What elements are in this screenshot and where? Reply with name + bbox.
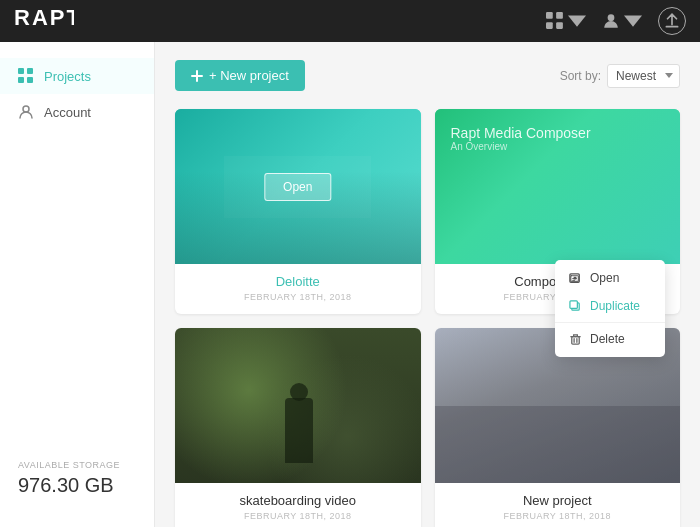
context-menu-open[interactable]: Open xyxy=(555,264,665,292)
project-thumb-composer: Rapt Media Composer An Overview xyxy=(435,109,681,264)
context-menu-duplicate-label: Duplicate xyxy=(590,299,640,313)
svg-rect-6 xyxy=(18,68,24,74)
open-icon xyxy=(569,272,582,285)
delete-icon xyxy=(569,333,582,346)
project-date-deloitte: FEBRUARY 18TH, 2018 xyxy=(189,292,407,302)
project-info-deloitte: Deloitte FEBRUARY 18TH, 2018 xyxy=(175,264,421,314)
svg-rect-14 xyxy=(570,300,577,307)
context-menu-divider xyxy=(555,322,665,323)
duplicate-icon xyxy=(569,300,582,313)
open-button-label: Open xyxy=(283,180,312,194)
projects-icon xyxy=(18,68,34,84)
app-logo: RAPT xyxy=(14,7,74,35)
svg-rect-8 xyxy=(18,77,24,83)
project-card-deloitte[interactable]: Open Deloitte FEBRUARY 18TH, 2018 xyxy=(175,109,421,314)
composer-thumb-title: Rapt Media Composer xyxy=(451,125,591,141)
sidebar-item-projects[interactable]: Projects xyxy=(0,58,154,94)
sidebar-item-account-label: Account xyxy=(44,105,91,120)
project-open-button[interactable]: Open xyxy=(264,173,331,201)
sort-select[interactable]: Newest Oldest Name xyxy=(607,64,680,88)
svg-rect-9 xyxy=(27,77,33,83)
main-toolbar: + New project Sort by: Newest Oldest Nam… xyxy=(175,60,680,91)
account-icon xyxy=(18,104,34,120)
svg-rect-15 xyxy=(572,336,579,343)
storage-info: AVAILABLE STORAGE 976.30 GB xyxy=(0,446,154,511)
context-menu-duplicate[interactable]: Duplicate xyxy=(555,292,665,320)
sidebar-item-account[interactable]: Account xyxy=(0,94,154,130)
new-project-label: + New project xyxy=(209,68,289,83)
grid-view-button[interactable] xyxy=(546,12,586,30)
svg-point-5 xyxy=(608,14,615,21)
project-name-newproject: New project xyxy=(449,493,667,508)
user-menu-button[interactable] xyxy=(602,12,642,30)
storage-label: AVAILABLE STORAGE xyxy=(18,460,136,470)
project-name-deloitte: Deloitte xyxy=(189,274,407,289)
storage-value: 976.30 GB xyxy=(18,474,136,497)
sort-control: Sort by: Newest Oldest Name xyxy=(560,64,680,88)
project-info-newproject: New project FEBRUARY 18TH, 2018 xyxy=(435,483,681,527)
context-menu-open-label: Open xyxy=(590,271,619,285)
svg-rect-4 xyxy=(556,22,563,29)
composer-thumb-subtitle: An Overview xyxy=(451,141,591,152)
sidebar: Projects Account AVAILABLE STORAGE 976.3… xyxy=(0,42,155,527)
project-card-newproject[interactable]: New project FEBRUARY 18TH, 2018 xyxy=(435,328,681,527)
topbar-right xyxy=(546,7,686,35)
svg-rect-1 xyxy=(546,12,553,19)
context-menu-delete-label: Delete xyxy=(590,332,625,346)
topbar: RAPT xyxy=(0,0,700,42)
project-date-skate: FEBRUARY 18TH, 2018 xyxy=(189,511,407,521)
project-info-skate: skateboarding video FEBRUARY 18TH, 2018 xyxy=(175,483,421,527)
svg-text:RAPT: RAPT xyxy=(14,7,74,29)
sidebar-item-projects-label: Projects xyxy=(44,69,91,84)
main-content: + New project Sort by: Newest Oldest Nam… xyxy=(155,42,700,527)
project-name-skate: skateboarding video xyxy=(189,493,407,508)
svg-rect-2 xyxy=(556,12,563,19)
context-menu: Open Duplicate Delete xyxy=(555,260,665,357)
sort-label: Sort by: xyxy=(560,69,601,83)
upload-button[interactable] xyxy=(658,7,686,35)
svg-point-10 xyxy=(23,106,29,112)
project-thumb-skate xyxy=(175,328,421,483)
svg-rect-7 xyxy=(27,68,33,74)
composer-thumb-text: Rapt Media Composer An Overview xyxy=(451,125,591,152)
new-project-button[interactable]: + New project xyxy=(175,60,305,91)
project-thumb-deloitte: Open xyxy=(175,109,421,264)
plus-icon xyxy=(191,70,203,82)
context-menu-delete[interactable]: Delete xyxy=(555,325,665,353)
project-date-newproject: FEBRUARY 18TH, 2018 xyxy=(449,511,667,521)
project-card-skate[interactable]: skateboarding video FEBRUARY 18TH, 2018 xyxy=(175,328,421,527)
app-layout: Projects Account AVAILABLE STORAGE 976.3… xyxy=(0,42,700,527)
svg-rect-3 xyxy=(546,22,553,29)
